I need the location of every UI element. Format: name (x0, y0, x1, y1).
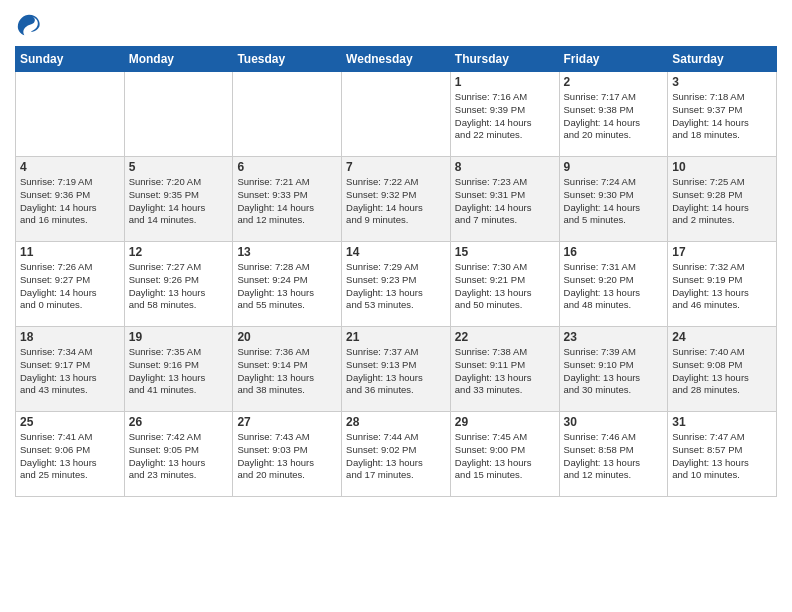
calendar-cell: 10Sunrise: 7:25 AM Sunset: 9:28 PM Dayli… (668, 157, 777, 242)
calendar-cell: 19Sunrise: 7:35 AM Sunset: 9:16 PM Dayli… (124, 327, 233, 412)
calendar-cell: 8Sunrise: 7:23 AM Sunset: 9:31 PM Daylig… (450, 157, 559, 242)
calendar-cell: 13Sunrise: 7:28 AM Sunset: 9:24 PM Dayli… (233, 242, 342, 327)
day-info: Sunrise: 7:37 AM Sunset: 9:13 PM Dayligh… (346, 346, 446, 397)
day-number: 4 (20, 160, 120, 174)
week-row-1: 1Sunrise: 7:16 AM Sunset: 9:39 PM Daylig… (16, 72, 777, 157)
calendar-cell (233, 72, 342, 157)
day-info: Sunrise: 7:29 AM Sunset: 9:23 PM Dayligh… (346, 261, 446, 312)
week-row-3: 11Sunrise: 7:26 AM Sunset: 9:27 PM Dayli… (16, 242, 777, 327)
day-number: 8 (455, 160, 555, 174)
calendar-cell: 7Sunrise: 7:22 AM Sunset: 9:32 PM Daylig… (342, 157, 451, 242)
calendar-cell (124, 72, 233, 157)
calendar-cell: 26Sunrise: 7:42 AM Sunset: 9:05 PM Dayli… (124, 412, 233, 497)
day-number: 19 (129, 330, 229, 344)
calendar-cell: 11Sunrise: 7:26 AM Sunset: 9:27 PM Dayli… (16, 242, 125, 327)
day-header-sunday: Sunday (16, 47, 125, 72)
logo (15, 10, 47, 38)
calendar-cell: 23Sunrise: 7:39 AM Sunset: 9:10 PM Dayli… (559, 327, 668, 412)
day-number: 10 (672, 160, 772, 174)
day-header-thursday: Thursday (450, 47, 559, 72)
calendar-cell: 24Sunrise: 7:40 AM Sunset: 9:08 PM Dayli… (668, 327, 777, 412)
calendar-cell: 16Sunrise: 7:31 AM Sunset: 9:20 PM Dayli… (559, 242, 668, 327)
day-number: 20 (237, 330, 337, 344)
calendar-cell: 14Sunrise: 7:29 AM Sunset: 9:23 PM Dayli… (342, 242, 451, 327)
day-number: 13 (237, 245, 337, 259)
day-info: Sunrise: 7:30 AM Sunset: 9:21 PM Dayligh… (455, 261, 555, 312)
day-info: Sunrise: 7:45 AM Sunset: 9:00 PM Dayligh… (455, 431, 555, 482)
day-number: 24 (672, 330, 772, 344)
day-number: 7 (346, 160, 446, 174)
day-number: 15 (455, 245, 555, 259)
day-info: Sunrise: 7:32 AM Sunset: 9:19 PM Dayligh… (672, 261, 772, 312)
day-info: Sunrise: 7:34 AM Sunset: 9:17 PM Dayligh… (20, 346, 120, 397)
day-info: Sunrise: 7:41 AM Sunset: 9:06 PM Dayligh… (20, 431, 120, 482)
week-row-2: 4Sunrise: 7:19 AM Sunset: 9:36 PM Daylig… (16, 157, 777, 242)
day-header-friday: Friday (559, 47, 668, 72)
day-info: Sunrise: 7:20 AM Sunset: 9:35 PM Dayligh… (129, 176, 229, 227)
day-info: Sunrise: 7:31 AM Sunset: 9:20 PM Dayligh… (564, 261, 664, 312)
day-number: 29 (455, 415, 555, 429)
day-info: Sunrise: 7:24 AM Sunset: 9:30 PM Dayligh… (564, 176, 664, 227)
day-number: 9 (564, 160, 664, 174)
day-number: 28 (346, 415, 446, 429)
day-number: 12 (129, 245, 229, 259)
day-number: 14 (346, 245, 446, 259)
day-info: Sunrise: 7:18 AM Sunset: 9:37 PM Dayligh… (672, 91, 772, 142)
week-row-4: 18Sunrise: 7:34 AM Sunset: 9:17 PM Dayli… (16, 327, 777, 412)
day-info: Sunrise: 7:27 AM Sunset: 9:26 PM Dayligh… (129, 261, 229, 312)
day-number: 31 (672, 415, 772, 429)
day-number: 3 (672, 75, 772, 89)
day-info: Sunrise: 7:44 AM Sunset: 9:02 PM Dayligh… (346, 431, 446, 482)
calendar-cell: 12Sunrise: 7:27 AM Sunset: 9:26 PM Dayli… (124, 242, 233, 327)
day-number: 11 (20, 245, 120, 259)
day-number: 26 (129, 415, 229, 429)
page-header (15, 10, 777, 38)
day-info: Sunrise: 7:19 AM Sunset: 9:36 PM Dayligh… (20, 176, 120, 227)
calendar-cell: 29Sunrise: 7:45 AM Sunset: 9:00 PM Dayli… (450, 412, 559, 497)
day-header-wednesday: Wednesday (342, 47, 451, 72)
day-header-monday: Monday (124, 47, 233, 72)
day-info: Sunrise: 7:36 AM Sunset: 9:14 PM Dayligh… (237, 346, 337, 397)
day-number: 30 (564, 415, 664, 429)
calendar-cell: 4Sunrise: 7:19 AM Sunset: 9:36 PM Daylig… (16, 157, 125, 242)
day-info: Sunrise: 7:23 AM Sunset: 9:31 PM Dayligh… (455, 176, 555, 227)
calendar-cell: 15Sunrise: 7:30 AM Sunset: 9:21 PM Dayli… (450, 242, 559, 327)
day-number: 23 (564, 330, 664, 344)
day-info: Sunrise: 7:39 AM Sunset: 9:10 PM Dayligh… (564, 346, 664, 397)
day-info: Sunrise: 7:42 AM Sunset: 9:05 PM Dayligh… (129, 431, 229, 482)
logo-bird-icon (15, 10, 43, 38)
day-info: Sunrise: 7:47 AM Sunset: 8:57 PM Dayligh… (672, 431, 772, 482)
day-number: 17 (672, 245, 772, 259)
day-info: Sunrise: 7:43 AM Sunset: 9:03 PM Dayligh… (237, 431, 337, 482)
calendar-cell: 30Sunrise: 7:46 AM Sunset: 8:58 PM Dayli… (559, 412, 668, 497)
calendar-cell: 18Sunrise: 7:34 AM Sunset: 9:17 PM Dayli… (16, 327, 125, 412)
day-number: 1 (455, 75, 555, 89)
day-number: 16 (564, 245, 664, 259)
calendar-cell: 25Sunrise: 7:41 AM Sunset: 9:06 PM Dayli… (16, 412, 125, 497)
day-info: Sunrise: 7:26 AM Sunset: 9:27 PM Dayligh… (20, 261, 120, 312)
day-number: 18 (20, 330, 120, 344)
day-info: Sunrise: 7:38 AM Sunset: 9:11 PM Dayligh… (455, 346, 555, 397)
calendar-cell: 17Sunrise: 7:32 AM Sunset: 9:19 PM Dayli… (668, 242, 777, 327)
day-info: Sunrise: 7:35 AM Sunset: 9:16 PM Dayligh… (129, 346, 229, 397)
day-info: Sunrise: 7:25 AM Sunset: 9:28 PM Dayligh… (672, 176, 772, 227)
day-number: 27 (237, 415, 337, 429)
day-number: 25 (20, 415, 120, 429)
day-number: 22 (455, 330, 555, 344)
day-info: Sunrise: 7:17 AM Sunset: 9:38 PM Dayligh… (564, 91, 664, 142)
calendar-cell: 31Sunrise: 7:47 AM Sunset: 8:57 PM Dayli… (668, 412, 777, 497)
day-number: 21 (346, 330, 446, 344)
day-info: Sunrise: 7:22 AM Sunset: 9:32 PM Dayligh… (346, 176, 446, 227)
day-info: Sunrise: 7:40 AM Sunset: 9:08 PM Dayligh… (672, 346, 772, 397)
day-number: 5 (129, 160, 229, 174)
day-info: Sunrise: 7:21 AM Sunset: 9:33 PM Dayligh… (237, 176, 337, 227)
calendar-cell (342, 72, 451, 157)
day-header-tuesday: Tuesday (233, 47, 342, 72)
day-number: 2 (564, 75, 664, 89)
calendar-cell: 21Sunrise: 7:37 AM Sunset: 9:13 PM Dayli… (342, 327, 451, 412)
day-info: Sunrise: 7:28 AM Sunset: 9:24 PM Dayligh… (237, 261, 337, 312)
week-row-5: 25Sunrise: 7:41 AM Sunset: 9:06 PM Dayli… (16, 412, 777, 497)
day-info: Sunrise: 7:46 AM Sunset: 8:58 PM Dayligh… (564, 431, 664, 482)
calendar-cell: 5Sunrise: 7:20 AM Sunset: 9:35 PM Daylig… (124, 157, 233, 242)
calendar-cell: 3Sunrise: 7:18 AM Sunset: 9:37 PM Daylig… (668, 72, 777, 157)
